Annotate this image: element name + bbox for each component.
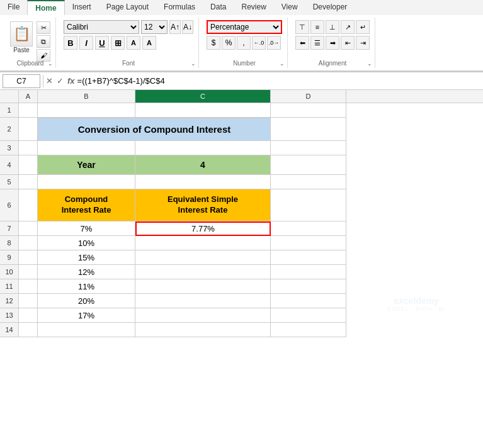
cell-d3[interactable] xyxy=(271,141,346,155)
comma-button[interactable]: , xyxy=(237,36,251,50)
cell-d13[interactable] xyxy=(271,308,346,323)
tab-view[interactable]: View xyxy=(274,0,305,15)
fill-color-button[interactable]: A xyxy=(127,36,140,50)
cell-reference-input[interactable] xyxy=(3,74,40,88)
indent-increase-button[interactable]: ⇥ xyxy=(356,36,370,50)
font-expand-icon[interactable]: ⌄ xyxy=(191,60,196,67)
cell-d7[interactable] xyxy=(271,221,346,236)
cell-b3[interactable] xyxy=(38,141,135,155)
clipboard-expand-icon[interactable]: ⌄ xyxy=(48,60,53,67)
tab-developer[interactable]: Developer xyxy=(305,0,355,15)
cell-b1[interactable] xyxy=(38,103,135,118)
cell-b7[interactable]: 7% xyxy=(38,221,135,236)
cell-d11[interactable] xyxy=(271,279,346,294)
cut-button[interactable]: ✂ xyxy=(37,21,50,34)
cell-b9[interactable]: 15% xyxy=(38,250,135,265)
cell-d1[interactable] xyxy=(271,103,346,118)
insert-function-icon[interactable]: fx xyxy=(67,76,75,86)
cell-b4[interactable]: Year xyxy=(38,155,135,175)
number-expand-icon[interactable]: ⌄ xyxy=(280,60,285,67)
cell-a11[interactable] xyxy=(19,279,38,294)
cell-c3[interactable] xyxy=(135,141,271,155)
font-size-select[interactable]: 12 xyxy=(141,20,168,34)
currency-button[interactable]: $ xyxy=(207,36,220,50)
cell-a12[interactable] xyxy=(19,294,38,308)
align-top-button[interactable]: ⊤ xyxy=(295,20,309,34)
cell-c6[interactable]: Equivalent SimpleInterest Rate xyxy=(135,189,271,221)
cell-c1[interactable] xyxy=(135,103,271,118)
cell-c14[interactable] xyxy=(135,323,271,337)
italic-button[interactable]: I xyxy=(79,36,93,50)
tab-file[interactable]: File xyxy=(0,0,27,15)
cell-a2[interactable] xyxy=(19,118,38,141)
cell-a13[interactable] xyxy=(19,308,38,323)
cell-c10[interactable] xyxy=(135,265,271,279)
cell-c8[interactable] xyxy=(135,236,271,250)
tab-insert[interactable]: Insert xyxy=(65,0,99,15)
cell-b5[interactable] xyxy=(38,175,135,189)
cell-b13[interactable]: 17% xyxy=(38,308,135,323)
cell-a14[interactable] xyxy=(19,323,38,337)
cell-a4[interactable] xyxy=(19,155,38,175)
cell-a7[interactable] xyxy=(19,221,38,236)
align-middle-button[interactable]: ≡ xyxy=(310,20,324,34)
increase-decimal-button[interactable]: .0→ xyxy=(267,36,281,50)
formula-input[interactable] xyxy=(77,76,480,86)
underline-button[interactable]: U xyxy=(95,36,109,50)
cell-c4[interactable]: 4 xyxy=(135,155,271,175)
align-right-button[interactable]: ➡ xyxy=(326,36,339,50)
cell-a3[interactable] xyxy=(19,141,38,155)
cell-b14[interactable] xyxy=(38,323,135,337)
confirm-formula-icon[interactable]: ✓ xyxy=(57,76,64,86)
bold-button[interactable]: B xyxy=(64,36,77,50)
paste-button[interactable]: 📋 Paste xyxy=(10,21,33,53)
cell-d5[interactable] xyxy=(271,175,346,189)
cell-d6[interactable] xyxy=(271,189,346,221)
cell-c9[interactable] xyxy=(135,250,271,265)
col-header-c[interactable]: C xyxy=(135,90,271,103)
indent-decrease-button[interactable]: ⇤ xyxy=(341,36,355,50)
cell-a8[interactable] xyxy=(19,236,38,250)
cell-c11[interactable] xyxy=(135,279,271,294)
cell-d10[interactable] xyxy=(271,265,346,279)
border-button[interactable]: ⊞ xyxy=(111,36,125,50)
number-format-select[interactable]: Percentage xyxy=(207,20,282,34)
cell-b6[interactable]: CompoundInterest Rate xyxy=(38,189,135,221)
align-expand-icon[interactable]: ⌄ xyxy=(367,60,372,67)
cell-b12[interactable]: 20% xyxy=(38,294,135,308)
align-left-button[interactable]: ⬅ xyxy=(295,36,309,50)
cell-b10[interactable]: 12% xyxy=(38,265,135,279)
tab-formulas[interactable]: Formulas xyxy=(156,0,203,15)
cell-d8[interactable] xyxy=(271,236,346,250)
font-name-select[interactable]: Calibri xyxy=(64,20,139,34)
decrease-decimal-button[interactable]: ←.0 xyxy=(252,36,266,50)
cancel-formula-icon[interactable]: ✕ xyxy=(46,76,53,86)
align-center-button[interactable]: ☰ xyxy=(310,36,324,50)
wrap-text-button[interactable]: ↵ xyxy=(356,20,370,34)
text-rotate-button[interactable]: ↗ xyxy=(341,20,355,34)
col-header-d[interactable]: D xyxy=(271,90,346,103)
cell-c13[interactable] xyxy=(135,308,271,323)
tab-review[interactable]: Review xyxy=(234,0,273,15)
decrease-font-button[interactable]: A↓ xyxy=(182,20,193,34)
col-header-a[interactable]: A xyxy=(19,90,38,103)
cell-d4[interactable] xyxy=(271,155,346,175)
tab-home[interactable]: Home xyxy=(27,0,64,15)
cell-d12[interactable] xyxy=(271,294,346,308)
percent-button[interactable]: % xyxy=(222,36,236,50)
increase-font-button[interactable]: A↑ xyxy=(169,20,181,34)
cell-c7[interactable]: 7.77% xyxy=(135,221,271,236)
col-header-b[interactable]: B xyxy=(38,90,135,103)
cell-c5[interactable] xyxy=(135,175,271,189)
cell-d9[interactable] xyxy=(271,250,346,265)
cell-a10[interactable] xyxy=(19,265,38,279)
cell-a6[interactable] xyxy=(19,189,38,221)
tab-page-layout[interactable]: Page Layout xyxy=(99,0,156,15)
tab-data[interactable]: Data xyxy=(203,0,234,15)
cell-b8[interactable]: 10% xyxy=(38,236,135,250)
cell-b2-merged[interactable]: Conversion of Compound Interest xyxy=(38,118,271,141)
cell-c12[interactable] xyxy=(135,294,271,308)
font-color-button[interactable]: A xyxy=(142,36,156,50)
cell-a5[interactable] xyxy=(19,175,38,189)
cell-a9[interactable] xyxy=(19,250,38,265)
